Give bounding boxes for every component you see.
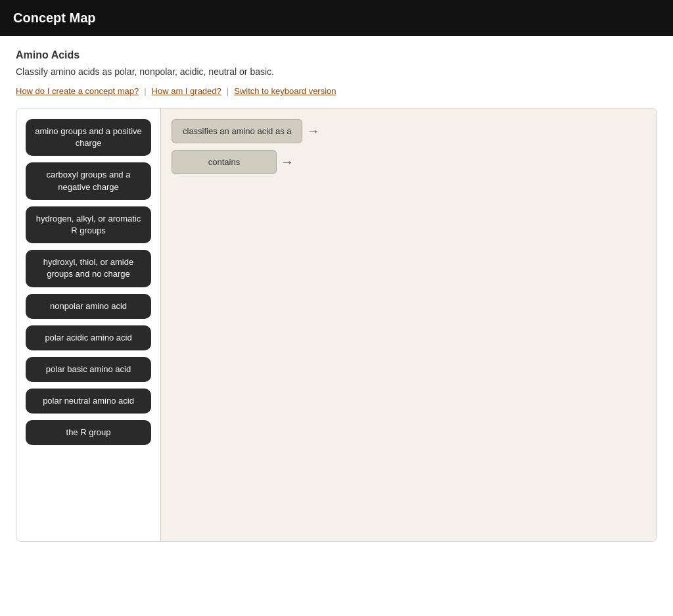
concept-node-2[interactable]: carboxyl groups and a negative charge: [26, 162, 151, 199]
relation-row-2: contains →: [172, 150, 646, 174]
concept-node-6[interactable]: polar acidic amino acid: [26, 325, 151, 350]
relation-node-2[interactable]: contains: [172, 150, 277, 174]
help-links: How do I create a concept map? | How am …: [16, 86, 657, 96]
right-panel: classifies an amino acid as a → contains…: [161, 108, 657, 541]
concept-node-7[interactable]: polar basic amino acid: [26, 357, 151, 382]
separator-2: |: [227, 86, 229, 96]
concept-node-3[interactable]: hydrogen, alkyl, or aromatic R groups: [26, 206, 151, 243]
concept-node-1[interactable]: amino groups and a positive charge: [26, 119, 151, 156]
concept-node-4[interactable]: hydroxyl, thiol, or amide groups and no …: [26, 250, 151, 287]
app-title: Concept Map: [13, 11, 96, 25]
concept-node-8[interactable]: polar neutral amino acid: [26, 389, 151, 414]
arrow-icon-1: →: [306, 124, 319, 139]
page-description: Classify amino acids as polar, nonpolar,…: [16, 66, 657, 77]
relation-row-1: classifies an amino acid as a →: [172, 119, 646, 143]
concept-node-9[interactable]: the R group: [26, 420, 151, 445]
left-panel: amino groups and a positive charge carbo…: [16, 108, 161, 541]
relation-node-1[interactable]: classifies an amino acid as a: [172, 119, 302, 143]
concept-node-5[interactable]: nonpolar amino acid: [26, 294, 151, 319]
keyboard-version-link[interactable]: Switch to keyboard version: [234, 86, 336, 96]
page-title: Amino Acids: [16, 49, 657, 61]
create-concept-map-link[interactable]: How do I create a concept map?: [16, 86, 139, 96]
arrow-icon-2: →: [281, 154, 294, 170]
concept-map-area: amino groups and a positive charge carbo…: [16, 108, 657, 542]
graded-link[interactable]: How am I graded?: [152, 86, 221, 96]
separator-1: |: [144, 86, 146, 96]
app-header: Concept Map: [0, 0, 673, 36]
